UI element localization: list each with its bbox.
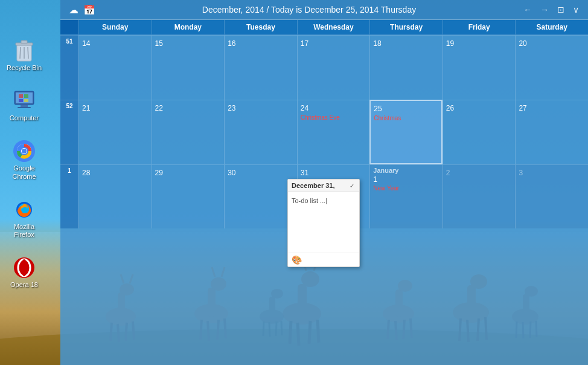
new-year-event: New Year (373, 185, 439, 192)
mozilla-firefox-label: MozillaFirefox (14, 223, 34, 239)
google-chrome-label: GoogleChrome (12, 164, 36, 180)
cell-21[interactable]: 21 (78, 100, 152, 164)
saturday-header: Saturday (515, 20, 588, 34)
svg-line-60 (20, 47, 21, 59)
opera-icon[interactable]: Opera 18 (8, 253, 40, 291)
monday-header: Monday (152, 20, 225, 34)
cell-23[interactable]: 23 (224, 100, 297, 164)
svg-rect-65 (21, 105, 28, 107)
svg-point-75 (22, 149, 27, 153)
svg-rect-70 (24, 99, 28, 102)
week-51: 51 (60, 35, 78, 100)
opera-label: Opera 18 (10, 281, 38, 289)
friday-header: Friday (443, 20, 516, 34)
popup-body[interactable]: To-do list ...| (288, 192, 359, 253)
cell-28[interactable]: 28 (78, 164, 152, 229)
popup-close-button[interactable]: ✓ (348, 182, 356, 189)
svg-rect-66 (18, 107, 31, 108)
christmas-event: Christmas (374, 115, 438, 121)
computer-label: Computer (10, 114, 39, 122)
calendar-small-icon[interactable]: 📅 (83, 4, 95, 16)
mozilla-firefox-image (12, 198, 36, 222)
cell-14[interactable]: 14 (78, 35, 152, 100)
cell-22[interactable]: 22 (152, 100, 225, 164)
svg-rect-69 (19, 99, 23, 102)
cell-24[interactable]: 24 Christmas Eve (297, 100, 370, 164)
svg-rect-59 (21, 40, 27, 44)
cell-27[interactable]: 27 (515, 100, 588, 164)
christmas-eve-event: Christmas Eve (301, 114, 367, 121)
svg-point-80 (21, 259, 27, 276)
january-label: January (373, 167, 398, 174)
day-headers: Sunday Monday Tuesday Wednesday Thursday… (60, 20, 588, 35)
desktop-icons-container: Recycle Bin Computer (0, 36, 48, 291)
wednesday-header: Wednesday (297, 20, 370, 34)
cell-19[interactable]: 19 (443, 35, 516, 100)
cell-jan-1[interactable]: January 1 New Year (369, 164, 443, 229)
cell-jan-3[interactable]: 3 (515, 164, 588, 229)
computer-icon[interactable]: Computer (7, 86, 41, 124)
computer-image (12, 89, 36, 113)
cell-15[interactable]: 15 (152, 35, 225, 100)
calendar-header: ☁ 📅 December, 2014 / Today is December 2… (60, 0, 588, 20)
event-popup: December 31, ✓ To-do list ...| 🎨 (287, 179, 360, 267)
popup-footer: 🎨 (288, 253, 359, 266)
cell-26[interactable]: 26 (443, 100, 516, 164)
svg-rect-67 (19, 94, 23, 98)
cell-20[interactable]: 20 (515, 35, 588, 100)
thursday-header: Thursday (369, 20, 443, 34)
week-52: 52 (60, 100, 78, 164)
screen-button[interactable]: ⊡ (554, 4, 567, 16)
sunday-header: Sunday (78, 20, 152, 34)
google-chrome-image (12, 139, 36, 163)
cell-25-today[interactable]: 25 Christmas (369, 100, 443, 164)
svg-rect-68 (24, 94, 28, 98)
recycle-bin-icon[interactable]: Recycle Bin (4, 36, 44, 74)
mozilla-firefox-icon[interactable]: MozillaFirefox (10, 195, 39, 241)
cell-30[interactable]: 30 (224, 164, 297, 229)
back-button[interactable]: ← (520, 4, 535, 16)
cloud-icon[interactable]: ☁ (69, 4, 78, 16)
google-chrome-icon[interactable]: GoogleChrome (10, 137, 39, 182)
week-1: 1 (60, 164, 78, 229)
forward-button[interactable]: → (537, 4, 552, 16)
cell-29[interactable]: 29 (152, 164, 225, 229)
week-num-header (60, 20, 78, 34)
paint-icon[interactable]: 🎨 (292, 255, 302, 265)
recycle-bin-label: Recycle Bin (7, 64, 42, 72)
recycle-bin-image (12, 39, 36, 63)
opera-image (12, 256, 36, 280)
popup-date: December 31, (292, 182, 335, 189)
cell-17[interactable]: 17 (297, 35, 370, 100)
dropdown-button[interactable]: ∨ (570, 4, 582, 16)
popup-todo-text: To-do list ...| (292, 197, 327, 204)
cell-jan-2[interactable]: 2 (443, 164, 516, 229)
svg-line-62 (28, 47, 28, 59)
tuesday-header: Tuesday (224, 20, 297, 34)
cell-18[interactable]: 18 (369, 35, 443, 100)
cell-16[interactable]: 16 (224, 35, 297, 100)
calendar-nav: ← → ⊡ ∨ (520, 4, 582, 16)
popup-header: December 31, ✓ (288, 179, 359, 192)
calendar-title: December, 2014 / Today is December 25, 2… (98, 5, 520, 15)
